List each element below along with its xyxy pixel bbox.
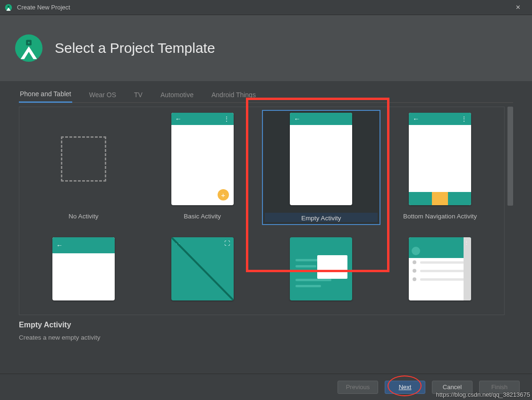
- tab-automotive[interactable]: Automotive: [160, 87, 194, 103]
- back-arrow-icon: ←: [175, 115, 182, 123]
- svg-rect-1: [8, 6, 9, 8]
- next-button[interactable]: Next: [385, 381, 425, 394]
- overflow-icon: ⋮: [461, 116, 467, 122]
- thumbnail-row2-2: ←⛶: [171, 237, 234, 300]
- window-title: Create New Project: [17, 4, 508, 11]
- thumbnail-row2-3: [290, 237, 352, 300]
- template-label: Empty Activity: [265, 213, 378, 222]
- overflow-icon: ⋮: [224, 116, 230, 122]
- tab-wear-os[interactable]: Wear OS: [88, 87, 117, 103]
- back-arrow-icon: ←: [294, 115, 300, 123]
- bottom-nav-bar-icon: [409, 192, 471, 205]
- template-basic-activity[interactable]: ←⋮ + Basic Activity: [143, 110, 262, 225]
- template-label: Basic Activity: [146, 213, 259, 222]
- description-title: Empty Activity: [19, 321, 513, 329]
- thumbnail-row2-1: ←: [52, 237, 115, 300]
- thumbnail-row2-4: ⋮: [409, 237, 471, 300]
- card-icon: [317, 255, 347, 279]
- template-gallery: No Activity ←⋮ + Basic Activity ← Empty …: [19, 107, 505, 315]
- fab-plus-icon: +: [218, 189, 229, 200]
- watermark-text: https://blog.csdn.net/qq_38213675: [436, 391, 531, 398]
- template-row2-1[interactable]: ←: [24, 234, 143, 303]
- back-arrow-icon: ←: [413, 115, 419, 123]
- template-row2-2[interactable]: ←⛶: [143, 234, 262, 303]
- platform-tabs: Phone and Tablet Wear OS TV Automotive A…: [19, 87, 513, 103]
- template-label: No Activity: [27, 213, 140, 222]
- tab-android-things[interactable]: Android Things: [211, 87, 257, 103]
- thumbnail-bottom-nav: ←⋮: [409, 113, 471, 205]
- template-empty-activity[interactable]: ← Empty Activity: [262, 110, 381, 225]
- thumbnail-no-activity: [52, 113, 115, 205]
- avatar-icon: [412, 247, 420, 255]
- wizard-header: Select a Project Template: [0, 15, 532, 81]
- overflow-icon: ⋮: [464, 240, 469, 246]
- template-description: Empty Activity Creates a new empty activ…: [0, 315, 532, 347]
- scrollbar-thumb[interactable]: [507, 107, 513, 206]
- back-arrow-icon: ←: [56, 242, 63, 249]
- template-no-activity[interactable]: No Activity: [24, 110, 143, 225]
- dashed-placeholder-icon: [61, 136, 106, 182]
- template-bottom-navigation[interactable]: ←⋮ Bottom Navigation Activity: [380, 110, 499, 225]
- thumbnail-empty-activity: ←: [290, 113, 352, 205]
- tab-tv[interactable]: TV: [133, 87, 144, 103]
- template-label: Bottom Navigation Activity: [383, 213, 497, 222]
- close-button[interactable]: ✕: [508, 4, 527, 11]
- page-title: Select a Project Template: [55, 40, 215, 56]
- thumbnail-basic-activity: ←⋮ +: [171, 113, 234, 205]
- description-text: Creates a new empty activity: [19, 334, 513, 341]
- previous-button[interactable]: Previous: [338, 381, 378, 394]
- template-row2-4[interactable]: ⋮: [380, 234, 499, 303]
- svg-line-5: [171, 237, 234, 300]
- app-icon: [5, 4, 12, 11]
- title-bar: Create New Project ✕: [0, 0, 532, 15]
- template-row2-3[interactable]: [262, 234, 381, 303]
- svg-point-4: [28, 42, 30, 43]
- gallery-scrollbar[interactable]: [507, 107, 513, 315]
- android-studio-logo-icon: [14, 33, 43, 63]
- tab-phone-tablet[interactable]: Phone and Tablet: [19, 87, 72, 103]
